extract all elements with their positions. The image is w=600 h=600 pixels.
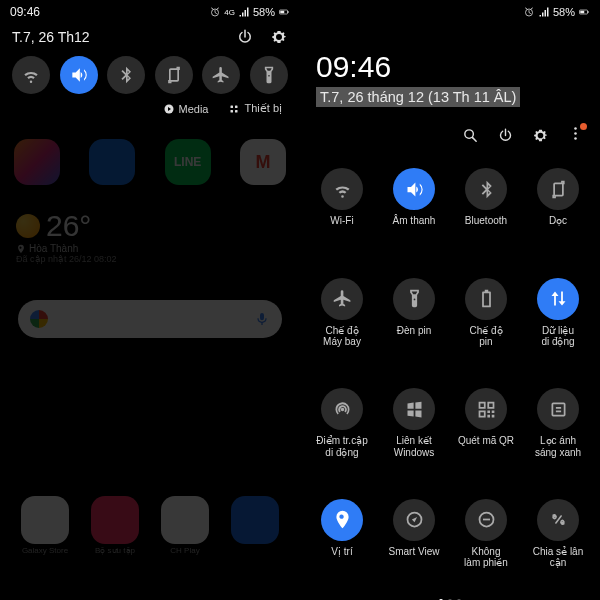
power-icon[interactable] <box>497 127 514 144</box>
bluelight-icon[interactable] <box>537 388 579 430</box>
qs-label: Vị trí <box>331 546 352 568</box>
qs-grid: Wi-FiÂm thanhBluetoothDọcChế độ Máy bayĐ… <box>300 154 600 595</box>
qs-item-location[interactable]: Vị trí <box>306 499 378 596</box>
toggle-airplane[interactable] <box>202 56 240 94</box>
signal-icon <box>238 6 250 18</box>
statusbar-right: 58% <box>300 0 600 22</box>
nearby-icon[interactable] <box>537 499 579 541</box>
qr-icon[interactable] <box>465 388 507 430</box>
media-button[interactable]: Media <box>163 102 209 115</box>
gear-icon[interactable] <box>270 28 288 46</box>
qp-date[interactable]: T.7, 26 tháng 12 (13 Th 11 ÂL) <box>316 87 520 107</box>
app-gmail[interactable]: M <box>240 139 286 185</box>
qs-item-qr[interactable]: Quét mã QR <box>450 388 522 485</box>
wifi-icon[interactable] <box>321 168 363 210</box>
qs-label: Chế độ Máy bay <box>323 325 361 348</box>
qs-item-bluetooth[interactable]: Bluetooth <box>450 168 522 264</box>
location-icon[interactable] <box>321 499 363 541</box>
qs-label: Không làm phiền <box>464 546 508 569</box>
alarm-icon <box>523 6 535 18</box>
qs-item-battery[interactable]: Chế độ pin <box>450 278 522 375</box>
power-icon[interactable] <box>236 28 254 46</box>
qs-label: Âm thanh <box>393 215 436 237</box>
phone-left: 09:46 4G 58% T.7, 26 Th12 <box>0 0 300 600</box>
qs-item-hotspot[interactable]: Điểm tr.cập di động <box>306 388 378 485</box>
qs-item-rotate[interactable]: Dọc <box>522 168 594 264</box>
qs-label: Đèn pin <box>397 325 431 347</box>
gear-icon[interactable] <box>532 127 549 144</box>
toggle-bluetooth[interactable] <box>107 56 145 94</box>
qs-label: Bluetooth <box>465 215 507 237</box>
qs-item-flashlight[interactable]: Đèn pin <box>378 278 450 375</box>
quick-panel-header: T.7, 26 Th12 <box>12 28 288 46</box>
qs-label: Dữ liệu di động <box>541 325 574 348</box>
sun-icon <box>16 214 40 238</box>
windows-icon[interactable] <box>393 388 435 430</box>
sound-icon[interactable] <box>393 168 435 210</box>
mic-icon[interactable] <box>254 311 270 327</box>
dock-galaxy-store[interactable] <box>21 496 69 544</box>
dock-gallery[interactable] <box>91 496 139 544</box>
qp-time: 09:46 <box>300 22 600 84</box>
search-icon[interactable] <box>462 127 479 144</box>
qs-item-smartview[interactable]: Smart View <box>378 499 450 596</box>
qs-item-bluelight[interactable]: Lọc ánh sáng xanh <box>522 388 594 485</box>
qs-item-sound[interactable]: Âm thanh <box>378 168 450 264</box>
qs-label: Lọc ánh sáng xanh <box>535 435 581 458</box>
app-line[interactable]: LINE <box>165 139 211 185</box>
qs-label: Quét mã QR <box>458 435 514 457</box>
qp-date: T.7, 26 Th12 <box>12 29 90 45</box>
qs-label: Chế độ pin <box>469 325 502 348</box>
flashlight-icon[interactable] <box>393 278 435 320</box>
status-battery: 58% <box>253 6 275 18</box>
more-menu[interactable] <box>567 125 584 146</box>
qs-label: Wi-Fi <box>330 215 353 237</box>
app-duo[interactable] <box>89 139 135 185</box>
dock-app-4[interactable] <box>231 496 279 544</box>
hotspot-icon[interactable] <box>321 388 363 430</box>
location-pin-icon <box>16 244 26 254</box>
qs-label: Điểm tr.cập di động <box>316 435 367 458</box>
alarm-icon <box>209 6 221 18</box>
qs-item-data[interactable]: Dữ liệu di động <box>522 278 594 375</box>
qs-item-airplane[interactable]: Chế độ Máy bay <box>306 278 378 375</box>
toggle-sound[interactable] <box>60 56 98 94</box>
smartview-icon[interactable] <box>393 499 435 541</box>
qs-label: Chia sẻ lân cận <box>533 546 583 569</box>
battery-icon <box>278 6 290 18</box>
bluetooth-icon[interactable] <box>465 168 507 210</box>
dock: Galaxy Store Bộ sưu tập CH Play <box>0 496 300 555</box>
status-battery: 58% <box>553 6 575 18</box>
weather-widget[interactable]: 26° Hòa Thành Đã cập nhật 26/12 08:02 <box>14 203 286 270</box>
status-right: 58% <box>523 6 590 18</box>
qs-item-windows[interactable]: Liên kết Windows <box>378 388 450 485</box>
battery-icon <box>578 6 590 18</box>
qs-item-wifi[interactable]: Wi-Fi <box>306 168 378 264</box>
qp-bottom-row: Media Thiết bị <box>12 102 288 115</box>
google-searchbar[interactable] <box>18 300 282 338</box>
qs-item-dnd[interactable]: Không làm phiền <box>450 499 522 596</box>
dock-play-store[interactable] <box>161 496 209 544</box>
dnd-icon[interactable] <box>465 499 507 541</box>
qs-label: Liên kết Windows <box>394 435 435 458</box>
quick-panel-collapsed: T.7, 26 Th12 Media Thiết bị <box>0 22 300 123</box>
pager-dots[interactable] <box>300 595 600 600</box>
statusbar-left: 09:46 4G 58% <box>0 0 300 22</box>
status-right: 4G 58% <box>209 6 290 18</box>
status-time: 09:46 <box>10 5 40 19</box>
rotate-icon[interactable] <box>537 168 579 210</box>
app-instagram[interactable] <box>14 139 60 185</box>
qs-item-nearby[interactable]: Chia sẻ lân cận <box>522 499 594 596</box>
home-screen-dimmed: LINE M 26° Hòa Thành Đã cập nhật 26/12 0… <box>0 123 300 563</box>
quick-panel-expanded: 09:46 T.7, 26 tháng 12 (13 Th 11 ÂL) Wi-… <box>300 22 600 600</box>
data-icon[interactable] <box>537 278 579 320</box>
toggle-rotate[interactable] <box>155 56 193 94</box>
qp-toggle-row <box>12 56 288 94</box>
google-logo-icon <box>30 310 48 328</box>
airplane-icon[interactable] <box>321 278 363 320</box>
toggle-flashlight[interactable] <box>250 56 288 94</box>
toggle-wifi[interactable] <box>12 56 50 94</box>
devices-button[interactable]: Thiết bị <box>228 102 282 115</box>
phone-right: 58% 09:46 T.7, 26 tháng 12 (13 Th 11 ÂL)… <box>300 0 600 600</box>
battery-icon[interactable] <box>465 278 507 320</box>
